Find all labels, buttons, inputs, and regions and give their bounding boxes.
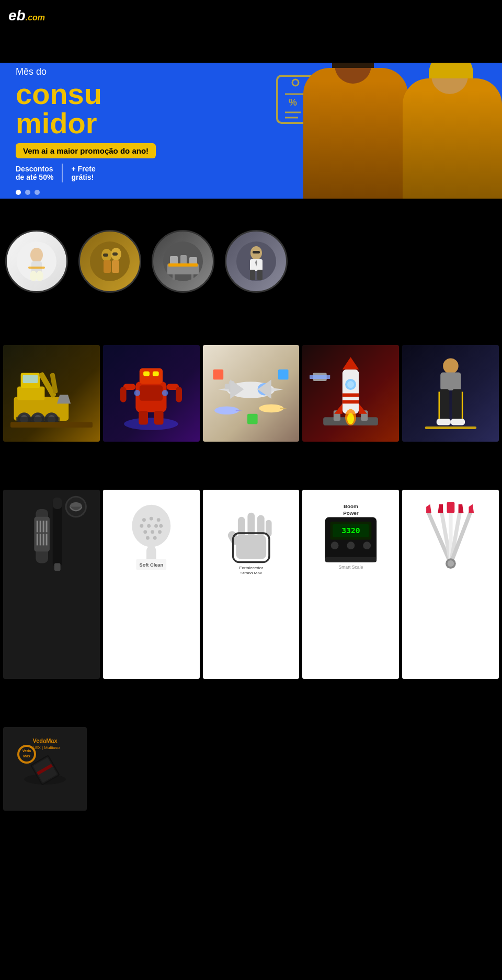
svg-rect-98 bbox=[451, 419, 465, 425]
promo-banner: Mês do consu midor Vem ai a maior promoç… bbox=[0, 63, 502, 199]
svg-point-62 bbox=[162, 390, 168, 396]
spacer-categories bbox=[0, 303, 502, 345]
svg-rect-22 bbox=[180, 255, 187, 264]
svg-point-90 bbox=[347, 413, 354, 424]
svg-marker-83 bbox=[334, 403, 343, 414]
svg-point-127 bbox=[151, 530, 154, 534]
svg-point-73 bbox=[259, 404, 284, 412]
svg-text:Boom: Boom bbox=[344, 504, 358, 510]
svg-point-61 bbox=[134, 390, 141, 396]
svg-rect-51 bbox=[140, 386, 163, 401]
category-fashion-men[interactable] bbox=[225, 230, 288, 293]
svg-marker-161 bbox=[458, 504, 463, 513]
svg-point-119 bbox=[142, 518, 146, 522]
banner-shipping-info: + Fretegrátis! bbox=[71, 165, 95, 181]
svg-point-86 bbox=[347, 381, 354, 388]
svg-rect-94 bbox=[440, 373, 461, 390]
product-card-scale[interactable]: Boom Power 3320 bbox=[302, 490, 399, 679]
svg-rect-75 bbox=[213, 370, 224, 380]
product-card-vedamax[interactable]: VedaMax FLEX | Multiuso Veda Max bbox=[3, 727, 87, 811]
site-logo[interactable]: eb.com bbox=[8, 7, 45, 24]
bottom-spacer bbox=[0, 821, 502, 873]
svg-point-125 bbox=[159, 524, 163, 528]
product-card-softclean[interactable]: Soft Clean bbox=[103, 490, 200, 679]
svg-text:Strong Max: Strong Max bbox=[240, 570, 261, 574]
svg-text:VedaMax: VedaMax bbox=[32, 737, 58, 744]
svg-point-7 bbox=[30, 248, 43, 262]
svg-point-49 bbox=[124, 418, 178, 431]
site-header: eb.com bbox=[0, 0, 502, 31]
svg-rect-87 bbox=[343, 393, 359, 397]
svg-rect-35 bbox=[17, 386, 44, 400]
category-circle-furniture bbox=[152, 230, 214, 293]
svg-rect-60 bbox=[154, 411, 164, 425]
banner-dot-3[interactable] bbox=[35, 190, 40, 195]
banner-dot-2[interactable] bbox=[25, 190, 30, 195]
category-circle-fitness bbox=[5, 230, 68, 293]
svg-point-122 bbox=[140, 524, 143, 528]
svg-text:Smart Scale: Smart Scale bbox=[338, 564, 363, 570]
product-card-dyetool[interactable] bbox=[402, 490, 499, 679]
svg-rect-58 bbox=[176, 387, 182, 403]
svg-point-126 bbox=[143, 530, 147, 534]
category-furniture[interactable] bbox=[152, 230, 214, 293]
svg-rect-37 bbox=[22, 375, 38, 383]
category-circle-fashion bbox=[78, 230, 141, 293]
svg-rect-23 bbox=[189, 257, 197, 264]
svg-rect-15 bbox=[104, 260, 111, 273]
bottom-products-row: VedaMax FLEX | Multiuso Veda Max bbox=[3, 727, 499, 811]
product-card-airplane[interactable] bbox=[203, 345, 300, 442]
svg-point-151 bbox=[363, 542, 371, 550]
svg-point-9 bbox=[30, 271, 37, 281]
svg-marker-72 bbox=[236, 410, 243, 411]
spacer-care bbox=[0, 685, 502, 727]
product-card-robot[interactable] bbox=[103, 345, 200, 442]
banner-discount-info: Descontosde até 50% bbox=[16, 165, 53, 181]
svg-point-130 bbox=[153, 536, 157, 540]
svg-marker-82 bbox=[343, 357, 359, 370]
svg-rect-152 bbox=[325, 557, 377, 562]
banner-dots bbox=[16, 190, 486, 195]
category-fitness[interactable] bbox=[5, 230, 68, 293]
svg-rect-77 bbox=[247, 414, 258, 424]
toys-section bbox=[0, 345, 502, 448]
svg-rect-104 bbox=[54, 563, 61, 571]
svg-rect-26 bbox=[191, 274, 193, 280]
svg-rect-48 bbox=[10, 422, 93, 427]
svg-rect-88 bbox=[343, 400, 359, 403]
banner-dot-1[interactable] bbox=[16, 190, 21, 195]
svg-marker-163 bbox=[469, 504, 474, 513]
svg-rect-21 bbox=[170, 256, 178, 264]
svg-point-149 bbox=[331, 542, 339, 550]
svg-rect-81 bbox=[343, 370, 359, 414]
svg-point-129 bbox=[146, 536, 150, 540]
svg-point-123 bbox=[147, 524, 151, 528]
svg-rect-54 bbox=[153, 372, 159, 376]
svg-marker-74 bbox=[280, 408, 287, 409]
banner-content: Mês do consu midor Vem ai a maior promoç… bbox=[0, 63, 502, 199]
product-card-excavator[interactable] bbox=[3, 345, 100, 442]
svg-text:3320: 3320 bbox=[341, 526, 360, 535]
svg-rect-96 bbox=[452, 389, 462, 422]
product-card-handgrip[interactable]: Fortalecedor Strong Max bbox=[203, 490, 300, 679]
product-card-hairbrush[interactable] bbox=[3, 490, 100, 679]
svg-rect-24 bbox=[168, 263, 198, 267]
svg-marker-64 bbox=[270, 388, 284, 392]
care-section: Soft Clean bbox=[0, 490, 502, 685]
svg-text:Soft Clean: Soft Clean bbox=[139, 562, 163, 567]
svg-rect-18 bbox=[112, 252, 118, 256]
logo-text: eb.com bbox=[8, 7, 45, 24]
product-card-rocket[interactable] bbox=[302, 345, 399, 442]
category-fashion-women[interactable] bbox=[78, 230, 141, 293]
svg-rect-11 bbox=[28, 267, 45, 269]
svg-point-124 bbox=[154, 524, 158, 528]
banner-title-line1: consu bbox=[16, 79, 486, 109]
svg-rect-92 bbox=[310, 375, 330, 379]
svg-rect-53 bbox=[143, 372, 150, 376]
svg-rect-97 bbox=[436, 419, 450, 425]
product-card-fitness-pants[interactable] bbox=[402, 345, 499, 442]
svg-rect-31 bbox=[250, 270, 255, 280]
spacer-after-banner bbox=[0, 199, 502, 230]
banner-main-title: consu midor bbox=[16, 79, 486, 138]
svg-rect-32 bbox=[257, 270, 263, 280]
